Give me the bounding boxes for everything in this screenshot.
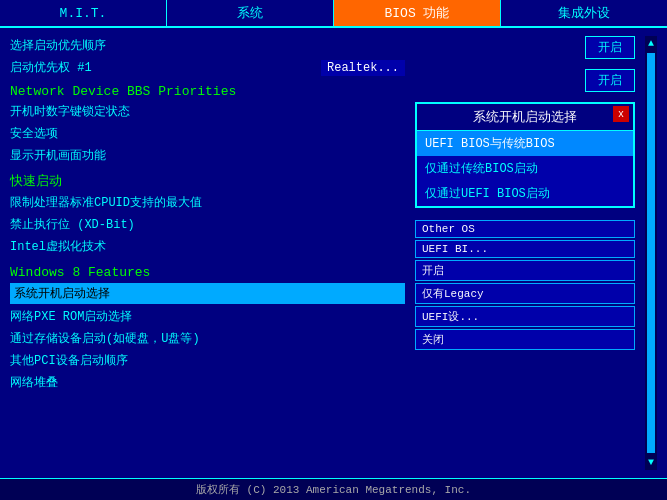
pxe-item[interactable]: 网络PXE ROM启动选择 [10, 307, 405, 326]
mini-options-list: Other OS UEFI BI... 开启 仅有Legacy UEFI设...… [415, 220, 635, 350]
scroll-up-arrow[interactable]: ▲ [648, 38, 654, 49]
modal-option-2[interactable]: 仅通过传统BIOS启动 [417, 156, 633, 181]
scroll-thumb[interactable] [647, 53, 655, 453]
value-btn-2[interactable]: 开启 [585, 69, 635, 92]
security-item[interactable]: 安全选项 [10, 124, 405, 143]
mini-opt-5[interactable]: UEFI设... [415, 306, 635, 327]
scrollbar[interactable]: ▲ ▼ [645, 36, 657, 470]
nav-system[interactable]: 系统 [167, 0, 334, 26]
network-stack-item[interactable]: 网络堆叠 [10, 373, 405, 392]
nav-bios[interactable]: BIOS 功能 [334, 0, 501, 26]
mini-opt-4[interactable]: 仅有Legacy [415, 283, 635, 304]
mini-opt-3[interactable]: 开启 [415, 260, 635, 281]
right-panel: 开启 开启 系统开机启动选择 x UEFI BIOS与传统BIOS 仅通过传统B… [415, 36, 635, 470]
pci-item[interactable]: 其他PCI设备启动顺序 [10, 351, 405, 370]
boot-priority-label: 选择启动优先顺序 [10, 36, 106, 55]
fast-boot-section: 快速启动 [10, 172, 405, 190]
vt-item[interactable]: Intel虚拟化技术 [10, 237, 405, 256]
value-box-1: 开启 [415, 36, 635, 59]
nav-integrated[interactable]: 集成外设 [501, 0, 667, 26]
footer: 版权所有 (C) 2013 American Megatrends, Inc. [0, 478, 667, 500]
xd-bit-item[interactable]: 禁止执行位 (XD-Bit) [10, 215, 405, 234]
display-item[interactable]: 显示开机画面功能 [10, 146, 405, 165]
boot-priority-1-label: 启动优先权 #1 [10, 58, 92, 77]
boot-priority-1-value[interactable]: Realtek... [321, 60, 405, 76]
mini-opt-6[interactable]: 关闭 [415, 329, 635, 350]
mini-opt-2[interactable]: UEFI BI... [415, 240, 635, 258]
value-box-2: 开启 [415, 69, 635, 92]
cpuid-item[interactable]: 限制处理器标准CPUID支持的最大值 [10, 193, 405, 212]
boot-type-item[interactable]: 系统开机启动选择 [10, 283, 405, 304]
storage-item[interactable]: 通过存储设备启动(如硬盘，U盘等) [10, 329, 405, 348]
nav-mit[interactable]: M.I.T. [0, 0, 167, 26]
left-panel: 选择启动优先顺序 启动优先权 #1 Realtek... Network Dev… [10, 36, 405, 470]
copyright-text: 版权所有 (C) 2013 American Megatrends, Inc. [196, 482, 471, 497]
modal-title: 系统开机启动选择 x [417, 104, 633, 131]
modal-option-3[interactable]: 仅通过UEFI BIOS启动 [417, 181, 633, 206]
scroll-down-arrow[interactable]: ▼ [648, 457, 654, 468]
win8-section: Windows 8 Features [10, 265, 405, 280]
modal-close-button[interactable]: x [613, 106, 629, 122]
main-content: 选择启动优先顺序 启动优先权 #1 Realtek... Network Dev… [0, 28, 667, 478]
top-navigation: M.I.T. 系统 BIOS 功能 集成外设 [0, 0, 667, 28]
mini-opt-1[interactable]: Other OS [415, 220, 635, 238]
numlock-item[interactable]: 开机时数字键锁定状态 [10, 102, 405, 121]
boot-priority-section: 选择启动优先顺序 [10, 36, 405, 55]
boot-type-modal: 系统开机启动选择 x UEFI BIOS与传统BIOS 仅通过传统BIOS启动 … [415, 102, 635, 208]
modal-option-1[interactable]: UEFI BIOS与传统BIOS [417, 131, 633, 156]
boot-priority-1-row: 启动优先权 #1 Realtek... [10, 58, 405, 77]
value-btn-1[interactable]: 开启 [585, 36, 635, 59]
network-bbs-label: Network Device BBS Priorities [10, 84, 405, 99]
